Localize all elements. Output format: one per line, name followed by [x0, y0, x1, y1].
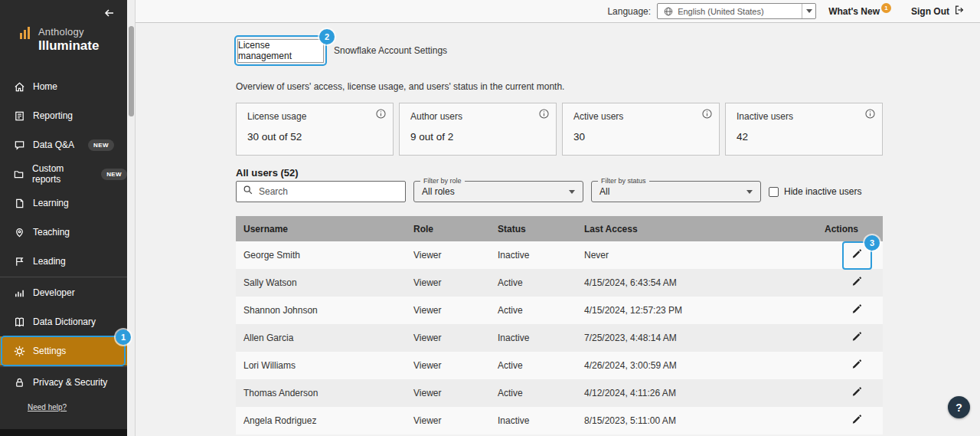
cell-status: Active — [498, 277, 584, 288]
sign-out-icon — [954, 5, 965, 18]
sidebar-item-custom-reports[interactable]: Custom reports NEW — [0, 159, 127, 188]
sidebar-item-label: Data Q&A — [33, 139, 74, 150]
tab-snowflake-account-settings[interactable]: Snowflake Account Settings — [334, 39, 447, 63]
header-role: Role — [413, 224, 498, 234]
users-table: Username Role Status Last Access Actions… — [236, 216, 883, 434]
whats-new-notification-badge: 1 — [881, 3, 891, 13]
table-body: George Smith Viewer Inactive Never — [236, 241, 883, 434]
pencil-icon — [851, 359, 862, 372]
hide-inactive-label: Hide inactive users — [784, 186, 861, 197]
hide-inactive-checkbox[interactable] — [769, 187, 779, 197]
stat-cards: License usage 30 out of 52 Author users … — [236, 103, 883, 156]
cell-role: Viewer — [413, 415, 498, 426]
stat-card-value: 9 out of 2 — [410, 131, 545, 143]
cell-actions — [799, 328, 883, 348]
edit-user-button[interactable] — [846, 328, 866, 348]
annotation-step-3: 3 — [864, 235, 880, 251]
collapse-sidebar-button[interactable] — [103, 7, 116, 19]
sign-out-button[interactable]: Sign Out — [911, 5, 965, 18]
cell-last-access: 4/12/2024, 4:11:26 AM — [584, 388, 799, 398]
language-select[interactable]: English (United States) — [657, 3, 816, 19]
pencil-icon — [851, 414, 862, 428]
cell-status: Inactive — [498, 250, 584, 261]
sidebar-item-label: Custom reports — [32, 163, 87, 185]
pencil-icon — [851, 276, 862, 290]
need-help-link[interactable]: Need help? — [28, 403, 67, 411]
whats-new-label: What's New — [828, 6, 880, 17]
all-users-heading: All users (52) — [236, 167, 299, 179]
annotation-step-2: 2 — [319, 29, 335, 44]
role-filter-select[interactable]: Filter by role All roles — [413, 181, 583, 202]
edit-user-button[interactable] — [846, 383, 866, 403]
header-last-access: Last Access — [584, 224, 799, 234]
chevron-down-icon — [746, 190, 753, 194]
table-row: George Smith Viewer Inactive Never — [236, 241, 883, 269]
whats-new-button[interactable]: What's New 1 — [828, 6, 891, 17]
search-icon — [243, 185, 253, 198]
cell-actions — [799, 273, 883, 293]
stat-card-title: Active users — [573, 111, 708, 122]
flag-icon — [13, 256, 25, 267]
sidebar-item-data-qa[interactable]: Data Q&A NEW — [0, 130, 127, 159]
cell-role: Viewer — [413, 360, 498, 371]
scrollbar-thumb[interactable] — [129, 26, 134, 116]
table-row: Lori Williams Viewer Active 4/26/2024, 3… — [236, 352, 883, 379]
cell-actions — [799, 300, 883, 320]
reporting-icon — [13, 110, 25, 122]
sidebar-item-teaching[interactable]: Teaching — [0, 218, 127, 247]
table-row: Thomas Anderson Viewer Active 4/12/2024,… — [236, 379, 883, 407]
info-icon[interactable] — [376, 109, 386, 119]
search-input[interactable] — [259, 186, 399, 197]
cell-status: Active — [498, 388, 584, 398]
sidebar-item-developer[interactable]: Developer — [0, 278, 127, 307]
brand-name: Anthology — [38, 26, 99, 38]
info-icon[interactable] — [702, 109, 712, 119]
vertical-scrollbar — [127, 0, 136, 436]
sidebar-item-label: Data Dictionary — [33, 316, 96, 327]
sidebar-item-home[interactable]: Home — [0, 72, 127, 101]
status-filter-select[interactable]: Filter by status All — [591, 181, 761, 202]
edit-user-button[interactable] — [846, 356, 866, 375]
globe-icon — [664, 7, 673, 16]
sidebar-item-reporting[interactable]: Reporting — [0, 101, 127, 130]
cell-last-access: 4/15/2024, 12:57:23 PM — [584, 305, 799, 316]
home-icon — [13, 81, 25, 93]
edit-user-button[interactable] — [846, 273, 866, 293]
nav-divider — [0, 366, 127, 367]
cell-role: Viewer — [413, 305, 498, 316]
table-row: Sally Watson Viewer Active 4/15/2024, 6:… — [236, 269, 883, 297]
stat-card: Author users 9 out of 2 — [399, 103, 557, 156]
table-header: Username Role Status Last Access Actions — [236, 216, 883, 241]
info-icon[interactable] — [539, 109, 549, 119]
sidebar-item-data-dictionary[interactable]: Data Dictionary — [0, 307, 127, 336]
pencil-icon — [851, 386, 862, 400]
help-button[interactable]: ? — [948, 396, 970, 418]
tab-license-management[interactable]: License management — [237, 39, 324, 63]
chevron-down-icon — [806, 9, 812, 13]
cell-actions — [799, 383, 883, 403]
sidebar-item-label: Teaching — [33, 227, 70, 238]
anthology-logo-icon — [20, 26, 31, 43]
stat-card-title: Author users — [410, 111, 545, 122]
stat-card-title: License usage — [247, 111, 382, 122]
sidebar-item-privacy-security[interactable]: Privacy & Security — [0, 368, 127, 397]
main-content: License management 2 Snowflake Account S… — [136, 23, 980, 436]
map-pin-icon — [13, 227, 25, 238]
dropdown-arrow-section — [802, 4, 815, 18]
sidebar: Anthology Illuminate Home Reporting Data… — [0, 0, 127, 436]
annotation-box-settings — [1, 336, 126, 366]
edit-user-button[interactable] — [846, 411, 866, 431]
hide-inactive-users-toggle[interactable]: Hide inactive users — [769, 186, 861, 197]
cell-actions — [799, 411, 883, 431]
role-filter-value: All roles — [422, 186, 569, 197]
sidebar-item-learning[interactable]: Learning — [0, 188, 127, 218]
cell-role: Viewer — [413, 250, 498, 261]
sidebar-item-leading[interactable]: Leading — [0, 247, 127, 276]
new-badge: NEW — [88, 139, 114, 151]
stat-card-value: 30 — [573, 131, 708, 143]
table-row: Angela Rodriguez Viewer Inactive 8/15/20… — [236, 407, 883, 434]
nav-divider — [0, 277, 127, 277]
info-icon[interactable] — [865, 109, 875, 119]
edit-user-button[interactable] — [846, 300, 866, 320]
cell-role: Viewer — [413, 388, 498, 398]
